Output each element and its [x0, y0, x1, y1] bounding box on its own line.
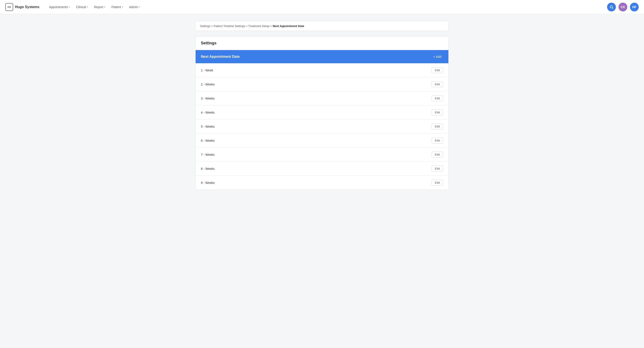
search-icon: [610, 5, 614, 9]
navbar-nav: Appointments ▾ Clinical ▾ Report ▾ Patie…: [46, 3, 607, 10]
list-item: 6 - Weeks Edit: [196, 134, 448, 148]
nav-item-clinical[interactable]: Clinical ▾: [74, 3, 90, 10]
main-content: Settings > Patient Timeline Settings > T…: [190, 14, 454, 197]
breadcrumb: Settings > Patient Timeline Settings > T…: [200, 24, 444, 28]
edit-button-1[interactable]: Edit: [432, 81, 443, 87]
edit-button-4[interactable]: Edit: [432, 123, 443, 129]
list-item: 3 - Weeks Edit: [196, 91, 448, 105]
list-item: 7 - Weeks Edit: [196, 148, 448, 162]
row-label: 6 - Weeks: [201, 139, 215, 142]
edit-button-3[interactable]: Edit: [432, 109, 443, 115]
chevron-down-icon: ▾: [122, 6, 123, 8]
brand-logo-link[interactable]: HS Hugo Systems: [5, 3, 39, 11]
edit-button-5[interactable]: Edit: [432, 138, 443, 143]
list-item: 8 - Weeks Edit: [196, 162, 448, 176]
edit-button-2[interactable]: Edit: [432, 95, 443, 101]
breadcrumb-current: Next Appointment Date: [273, 24, 304, 28]
add-button[interactable]: + Add: [432, 54, 443, 59]
breadcrumb-settings: Settings: [200, 24, 210, 28]
avatar-hf[interactable]: HF: [630, 3, 639, 11]
row-label: 4 - Weeks: [201, 111, 215, 114]
svg-line-1: [612, 8, 613, 8]
navbar: HS Hugo Systems Appointments ▾ Clinical …: [0, 0, 644, 14]
avatar-ck[interactable]: CK: [618, 3, 627, 11]
list-item: 1 - Week Edit: [196, 63, 448, 77]
row-label: 3 - Weeks: [201, 97, 215, 100]
nav-item-appointments[interactable]: Appointments ▾: [46, 3, 72, 10]
chevron-down-icon: ▾: [139, 6, 140, 8]
row-label: 7 - Weeks: [201, 153, 215, 156]
settings-panel: Settings Next Appointment Date + Add 1 -…: [196, 36, 448, 190]
edit-button-6[interactable]: Edit: [432, 152, 443, 158]
row-label: 1 - Week: [201, 68, 213, 72]
chevron-down-icon: ▾: [87, 6, 88, 8]
breadcrumb-treatment-setup: Treatment Setup: [248, 24, 270, 28]
active-section-title: Next Appointment Date: [201, 55, 240, 59]
nav-item-admin[interactable]: Admin ▾: [126, 3, 143, 10]
list-item: 5 - Weeks Edit: [196, 119, 448, 134]
brand-name: Hugo Systems: [15, 5, 39, 9]
search-button[interactable]: [607, 3, 616, 11]
breadcrumb-patient-timeline: Patient Timeline Settings: [214, 24, 245, 28]
list-item: 9 - Weeks Edit: [196, 176, 448, 190]
brand-logo-icon: HS: [5, 3, 13, 11]
row-label: 5 - Weeks: [201, 125, 215, 128]
list-item: 4 - Weeks Edit: [196, 105, 448, 119]
breadcrumb-container: Settings > Patient Timeline Settings > T…: [196, 21, 448, 31]
active-section-row: Next Appointment Date + Add: [196, 50, 448, 63]
edit-button-7[interactable]: Edit: [432, 166, 443, 172]
row-label: 8 - Weeks: [201, 167, 215, 170]
chevron-down-icon: ▾: [69, 6, 70, 8]
nav-item-patient[interactable]: Patient ▾: [109, 3, 126, 10]
row-label: 2 - Weeks: [201, 83, 215, 86]
settings-panel-header: Settings: [196, 36, 448, 50]
list-item: 2 - Weeks Edit: [196, 77, 448, 91]
chevron-down-icon: ▾: [104, 6, 105, 8]
row-label: 9 - Weeks: [201, 181, 215, 185]
navbar-actions: CK HF: [607, 3, 639, 11]
edit-button-8[interactable]: Edit: [432, 180, 443, 186]
nav-item-report[interactable]: Report ▾: [92, 3, 108, 10]
edit-button-0[interactable]: Edit: [432, 67, 443, 73]
